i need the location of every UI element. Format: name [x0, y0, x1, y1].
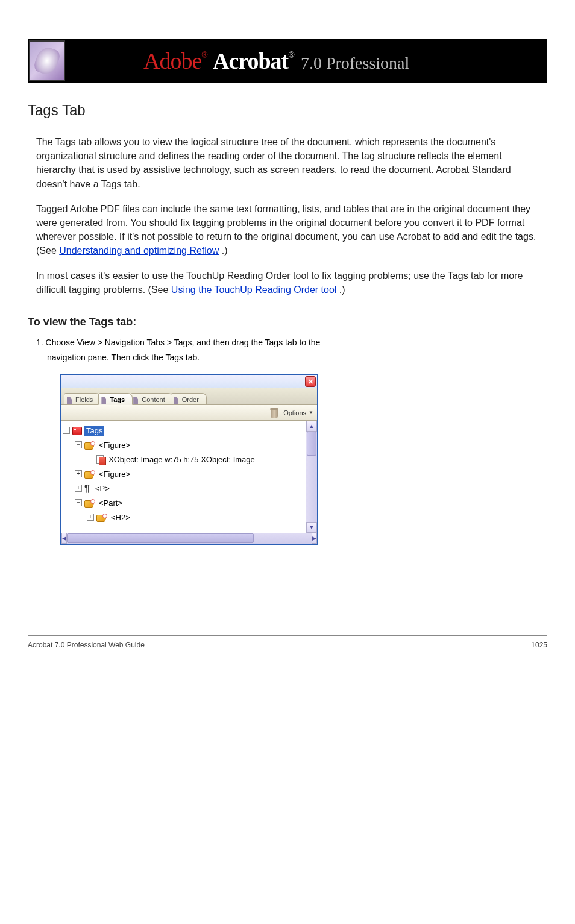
scroll-down-button[interactable]: ▼ [306, 522, 317, 533]
tab-content-label: Content [142, 396, 165, 403]
options-label: Options [283, 409, 306, 416]
figure-tag-icon [84, 441, 96, 450]
body-paragraph-1: The Tags tab allows you to view the logi… [36, 135, 539, 191]
step-1-line-b: navigation pane. Then click the Tags tab… [47, 352, 539, 364]
expander-icon[interactable]: + [87, 514, 94, 521]
tree-label-h2: <H2> [111, 513, 130, 522]
tree-row-xobject[interactable]: XObject: Image w:75 h:75 XObject: Image [63, 452, 305, 467]
tree-row-figure-1[interactable]: − <Figure> [63, 438, 305, 452]
expander-icon[interactable]: + [75, 470, 82, 477]
scroll-thumb-h[interactable] [67, 533, 254, 543]
tab-order-label: Order [182, 396, 199, 403]
horizontal-scrollbar[interactable]: ◀ ▶ [61, 533, 317, 544]
subhead-view-tags: To view the Tags tab: [28, 316, 539, 328]
tab-tags[interactable]: Tags [98, 393, 133, 405]
page-footer: Acrobat 7.0 Professional Web Guide 1025 [28, 641, 547, 649]
tree-label-figure-2: <Figure> [99, 470, 130, 479]
scroll-right-button[interactable]: ▶ [312, 533, 317, 544]
body-paragraph-2: Tagged Adobe PDF files can include the s… [36, 202, 539, 258]
vertical-scrollbar[interactable]: ▲ ▼ [306, 421, 317, 533]
tree-row-part[interactable]: − <Part> [63, 495, 305, 510]
tree-label-figure-1: <Figure> [99, 441, 130, 450]
tree-label-p: <P> [95, 484, 110, 493]
link-understanding-reflow[interactable]: Understanding and optimizing Reflow [59, 245, 219, 256]
expander-icon[interactable]: + [75, 485, 82, 492]
chevron-down-icon: ▼ [309, 410, 313, 415]
step-1-line-a: 1. Choose View > Navigation Tabs > Tags,… [36, 337, 539, 349]
tree-content: − Tags − <Figure> XObject: Image w:75 h:… [61, 421, 306, 533]
acrobat-registered-mark: ® [288, 51, 295, 60]
part-tag-icon [84, 499, 96, 508]
paragraph-tag-icon [84, 483, 93, 493]
banner-title: Adobe ® Acrobat ® 7.0 Professional [143, 48, 409, 74]
tags-root-icon [72, 427, 82, 435]
tree-row-h2[interactable]: + <H2> [63, 510, 305, 524]
tab-content[interactable]: Content [130, 393, 173, 404]
adobe-wordmark: Adobe [143, 48, 201, 74]
footer-page-number: 1025 [531, 641, 547, 649]
trash-icon[interactable] [270, 408, 278, 418]
body-paragraph-3: In most cases it's easier to use the Tou… [36, 269, 539, 297]
close-button[interactable]: ✕ [305, 376, 316, 387]
footer-title: Acrobat 7.0 Professional Web Guide [28, 641, 145, 649]
p3-text-b: .) [339, 284, 345, 295]
tree-row-p[interactable]: + <P> [63, 481, 305, 495]
expander-icon[interactable]: − [63, 427, 70, 434]
heading-rule [28, 124, 547, 124]
expander-icon[interactable]: − [75, 441, 82, 448]
panel-titlebar: ✕ [61, 375, 317, 388]
tab-order[interactable]: Order [171, 393, 207, 404]
tab-fields[interactable]: Fields [64, 393, 101, 404]
scroll-left-button[interactable]: ◀ [61, 533, 67, 544]
h2-tag-icon [96, 514, 108, 522]
tab-row: Fields Tags Content Order [61, 388, 317, 405]
version-text: 7.0 Professional [301, 54, 409, 73]
section-heading: Tags Tab [28, 102, 547, 119]
tree-row-tags-root[interactable]: − Tags [63, 423, 305, 438]
scroll-up-button[interactable]: ▲ [306, 421, 317, 432]
scroll-thumb-v[interactable] [307, 432, 316, 456]
tree-row-figure-2[interactable]: + <Figure> [63, 467, 305, 481]
tree-label-xobject: XObject: Image w:75 h:75 XObject: Image [108, 455, 255, 464]
close-icon: ✕ [308, 378, 313, 386]
scroll-track-v[interactable] [306, 432, 317, 522]
header-banner: Adobe ® Acrobat ® 7.0 Professional [28, 39, 547, 83]
adobe-registered-mark: ® [201, 51, 208, 60]
panel-toolbar: Options ▼ [61, 405, 317, 421]
options-menu-button[interactable]: Options ▼ [283, 409, 313, 416]
acrobat-wordmark: Acrobat [213, 48, 288, 74]
acrobat-logo-icon [29, 40, 65, 81]
tree-label-root: Tags [84, 426, 104, 436]
link-touchup-reading-order[interactable]: Using the TouchUp Reading Order tool [171, 284, 337, 295]
tags-panel: ✕ Fields Tags Content Order Options ▼ − … [60, 374, 318, 545]
tab-fields-label: Fields [75, 396, 93, 403]
tree-area: − Tags − <Figure> XObject: Image w:75 h:… [61, 421, 317, 533]
footer-rule [28, 635, 547, 636]
tree-connector [87, 452, 96, 467]
expander-icon[interactable]: − [75, 499, 82, 506]
p2-text-b: .) [222, 245, 228, 256]
scroll-track-h[interactable] [67, 533, 312, 544]
content-tag-icon [96, 455, 106, 464]
tab-tags-label: Tags [110, 396, 125, 403]
tree-label-part: <Part> [99, 498, 122, 508]
figure-tag-icon [84, 470, 96, 479]
